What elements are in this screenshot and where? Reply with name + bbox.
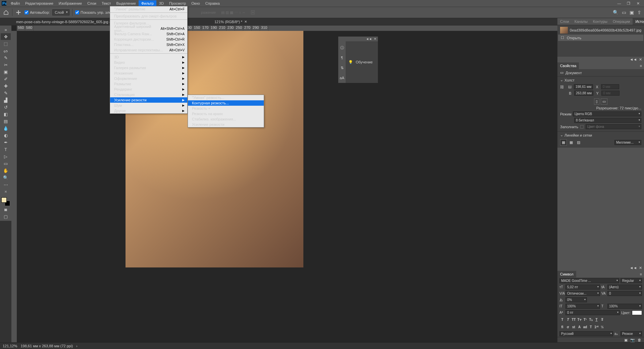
tracking-select[interactable]: Оптически... <box>565 291 600 296</box>
menu-window[interactable]: Окно <box>189 0 203 6</box>
show-controls-checkbox[interactable]: Показать упр. элем. <box>75 10 115 14</box>
filter-sub-render[interactable]: Рендеринг▶ <box>110 87 187 92</box>
move-tool[interactable]: ✥ <box>1 33 11 40</box>
menu-help[interactable]: Справка <box>203 0 222 6</box>
guide-icon[interactable]: ▨ <box>576 140 582 145</box>
ot-t1[interactable]: T <box>588 324 594 330</box>
path-tool[interactable]: ▷ <box>1 153 11 160</box>
width-field[interactable]: 198,61 мм <box>574 84 593 89</box>
sharpen-unsharp-mask[interactable]: Контурная резкость... <box>188 100 264 106</box>
color-swatch[interactable] <box>1 197 10 206</box>
aa-select[interactable]: Резкое <box>621 331 642 336</box>
allcaps-button[interactable]: TT <box>571 317 577 322</box>
fg-color[interactable] <box>1 197 7 203</box>
filter-sub-blur-gallery[interactable]: Галерея размытия▶ <box>110 65 187 70</box>
tab-history[interactable]: История <box>633 18 644 25</box>
link-icon[interactable]: ⛓ <box>560 85 564 89</box>
eyedropper-tool[interactable]: ✐ <box>1 76 11 82</box>
size-select[interactable]: 5,02 пт <box>565 285 600 290</box>
show-controls-input[interactable] <box>75 10 79 14</box>
share-icon[interactable]: ⇪ <box>637 10 641 15</box>
filter-sub-noise[interactable]: Шум▶ <box>110 103 187 108</box>
home-icon[interactable] <box>3 9 9 16</box>
filter-sub-stylize[interactable]: Стилизация▶ <box>110 92 187 97</box>
stamp-tool[interactable]: ▟ <box>1 97 11 103</box>
underline-button[interactable]: T <box>594 317 599 322</box>
zoom-level[interactable]: 121,12% <box>3 344 17 348</box>
hand-tool[interactable]: ✋ <box>1 167 11 174</box>
search-icon[interactable]: 🔍 <box>613 10 618 15</box>
layer-select[interactable]: Слой <box>52 9 69 15</box>
ruler-unit-select[interactable]: Миллиме... <box>614 140 641 145</box>
filter-sub-blur[interactable]: Размытие▶ <box>110 81 187 87</box>
tab-layers[interactable]: Слои <box>557 18 572 25</box>
menu-3d[interactable]: 3D <box>156 0 166 6</box>
chevron-down-icon[interactable]: ⌄ <box>560 78 563 82</box>
vwidth-field[interactable]: 100% <box>607 304 642 309</box>
ot-fi[interactable]: fi <box>559 324 565 330</box>
zoom-tool[interactable]: 🔍 <box>1 174 11 181</box>
pilcrow-icon[interactable]: ¶ <box>341 53 343 63</box>
portrait-icon[interactable]: ▯ <box>594 98 599 105</box>
fill-swatch-icon[interactable] <box>580 125 584 129</box>
ot-1st[interactable]: 1ˢᵗ <box>594 324 599 330</box>
panel-menu-icon[interactable]: ≡ <box>638 271 644 278</box>
hwidth-field[interactable]: 100% <box>565 304 600 309</box>
sharpen-more[interactable]: Резкость + <box>188 106 264 111</box>
crop-tool[interactable]: ✂ <box>1 61 11 68</box>
tab-paths[interactable]: Контуры <box>590 18 610 25</box>
subscript-button[interactable]: T₁ <box>588 317 594 322</box>
mode-select[interactable]: Цвета RGB <box>573 111 641 116</box>
menu-select[interactable]: Выделение <box>114 0 139 6</box>
menu-view[interactable]: Просмотр <box>166 0 189 6</box>
filter-liquify[interactable]: Пластика...Shift+Ctrl+X <box>110 42 187 47</box>
history-step-open[interactable]: ☐ Открыть <box>558 35 643 41</box>
filter-last[interactable]: "Умное" размытие Alt+Ctrl+F <box>110 6 187 12</box>
ruler-icon[interactable]: ▦ <box>560 139 567 146</box>
bold-button[interactable]: T <box>559 317 565 322</box>
history-delete-icon[interactable]: 🗑 <box>638 338 641 342</box>
filter-camera-raw[interactable]: Фильтр Camera Raw...Shift+Ctrl+A <box>110 31 187 37</box>
panel-collapse-icon[interactable]: ◄◄ <box>630 57 637 62</box>
learn-label[interactable]: Обучение <box>356 60 373 64</box>
collapse-toolbox-icon[interactable]: » <box>1 26 11 33</box>
sharpen-sharpen[interactable]: Усиление резкости <box>188 122 264 127</box>
vscale-select[interactable]: 0% <box>565 297 587 302</box>
filter-sub-pixelate[interactable]: Оформление▶ <box>110 76 187 81</box>
language-select[interactable]: Русский <box>559 331 613 336</box>
menu-text[interactable]: Текст <box>99 0 114 6</box>
filter-sub-other[interactable]: Другое▶ <box>110 108 187 113</box>
filter-sub-video[interactable]: Видео▶ <box>110 60 187 65</box>
menu-image[interactable]: Изображение <box>56 0 85 6</box>
type-tool[interactable]: T <box>1 146 11 153</box>
history-newdoc-icon[interactable]: 📷 <box>630 338 635 342</box>
kerning-select[interactable]: 0 <box>607 291 642 296</box>
history-brush-tool[interactable]: ↺ <box>1 104 11 110</box>
autoselect-checkbox[interactable]: Автовыбор: <box>24 10 50 14</box>
font-select[interactable]: MADE GoodTime ... <box>559 278 619 283</box>
sharpen-smart[interactable]: "Умная" резкость... <box>188 95 264 100</box>
gradient-tool[interactable]: ▤ <box>1 118 11 124</box>
menu-file[interactable]: Файл <box>8 0 22 6</box>
status-arrow-icon[interactable]: › <box>76 344 78 348</box>
quick-select-tool[interactable]: ✎ <box>1 54 11 61</box>
blur-tool[interactable]: 💧 <box>1 125 11 132</box>
sharpen-stabilize[interactable]: Стабилиз. изображения... <box>188 116 264 122</box>
leading-select[interactable]: (Авто) <box>607 285 642 290</box>
eraser-tool[interactable]: ◧ <box>1 111 11 117</box>
panel-collapse-icon[interactable]: ◄◄ <box>630 266 637 270</box>
panel-close-icon[interactable]: ✕ <box>639 266 642 270</box>
screenmode-tool[interactable]: ▢ <box>1 213 11 220</box>
dodge-tool[interactable]: ◐ <box>1 132 11 139</box>
strike-button[interactable]: T <box>599 317 605 322</box>
brush-tool[interactable]: ✎ <box>1 90 11 96</box>
x-field[interactable]: 0 мм <box>601 84 619 89</box>
depth-select[interactable]: 8 бит/канал <box>574 118 641 123</box>
panel-menu-icon[interactable]: ≡ <box>638 62 644 69</box>
close-icon[interactable]: ✕ <box>633 1 643 6</box>
filter-sub-sharpen[interactable]: Усиление резкости▶ <box>110 97 187 103</box>
arrange-icon[interactable]: ▭ <box>622 10 626 15</box>
ot-ad[interactable]: ad <box>582 324 588 330</box>
filter-lens-correction[interactable]: Коррекция дисторсии...Shift+Ctrl+R <box>110 37 187 42</box>
tab-actions[interactable]: Операции <box>610 18 633 25</box>
